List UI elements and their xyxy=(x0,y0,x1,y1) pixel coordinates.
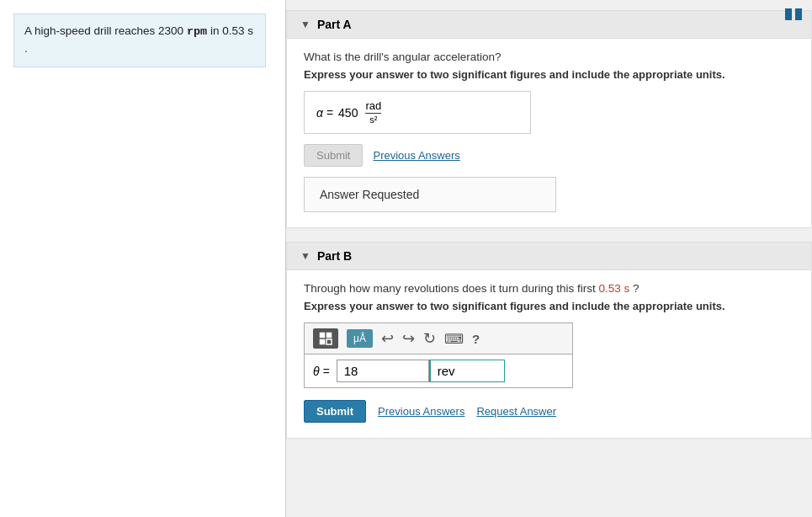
part-a-prev-answers-link[interactable]: Previous Answers xyxy=(373,149,459,162)
part-a-instruction: Express your answer to two significant f… xyxy=(304,68,794,81)
part-a-answer-box: α = 450 rad s² xyxy=(304,91,531,134)
part-a-submit-row: Submit Previous Answers xyxy=(304,144,794,167)
redo-icon[interactable]: ↪ xyxy=(402,329,415,348)
help-icon[interactable]: ? xyxy=(472,332,480,346)
keyboard-icon[interactable]: ⌨ xyxy=(444,331,464,347)
bar-icon-2 xyxy=(795,8,802,20)
value-input[interactable] xyxy=(337,360,429,382)
part-a-answer-value: 450 xyxy=(338,106,358,120)
part-b-submit-row: Submit Previous Answers Request Answer xyxy=(304,400,794,423)
part-b-header: ▼ Part B xyxy=(287,243,811,270)
part-b-request-answer-link[interactable]: Request Answer xyxy=(476,405,556,418)
part-b-body: Through how many revolutions does it tur… xyxy=(287,270,811,438)
unit-denominator: s² xyxy=(369,114,377,125)
part-a-body: What is the drill's angular acceleration… xyxy=(287,39,811,227)
part-b-arrow[interactable]: ▼ xyxy=(300,250,310,262)
grid-icon xyxy=(319,332,332,345)
top-icons xyxy=(785,8,802,20)
part-a-answer-symbol: α = xyxy=(316,106,333,120)
unit-rpm: rpm xyxy=(187,25,207,38)
grid-button[interactable] xyxy=(313,328,338,349)
part-a-header: ▼ Part A xyxy=(287,11,811,39)
part-a-submit-button[interactable]: Submit xyxy=(304,144,363,167)
part-b-question: Through how many revolutions does it tur… xyxy=(304,282,794,295)
unit-input[interactable] xyxy=(429,360,505,382)
part-b-input-row: θ = xyxy=(304,354,573,388)
part-a-question: What is the drill's angular acceleration… xyxy=(304,51,794,63)
answer-requested-box: Answer Requested xyxy=(304,177,556,212)
svg-rect-1 xyxy=(326,333,332,338)
part-b-instruction: Express your answer to two significant f… xyxy=(304,300,794,312)
part-a-arrow[interactable]: ▼ xyxy=(300,19,310,30)
undo-icon[interactable]: ↩ xyxy=(381,329,394,348)
svg-rect-3 xyxy=(326,339,332,344)
part-a-label: Part A xyxy=(317,18,352,31)
bar-icon-1 xyxy=(785,8,792,20)
part-b-section: ▼ Part B Through how many revolutions do… xyxy=(286,242,812,439)
unit-numerator: rad xyxy=(365,100,381,114)
svg-rect-2 xyxy=(320,339,325,344)
mu-button[interactable]: μÅ xyxy=(347,329,373,348)
part-b-label: Part B xyxy=(317,249,352,263)
right-panel: ▼ Part A What is the drill's angular acc… xyxy=(286,0,812,517)
theta-symbol: θ = xyxy=(313,365,330,378)
highlighted-value: 0.53 s xyxy=(598,282,629,295)
refresh-icon[interactable]: ↻ xyxy=(423,329,436,348)
answer-requested-label: Answer Requested xyxy=(320,188,419,201)
problem-statement: A high-speed drill reaches 2300 rpm in 0… xyxy=(13,13,266,67)
part-a-section: ▼ Part A What is the drill's angular acc… xyxy=(286,10,812,228)
part-b-submit-button[interactable]: Submit xyxy=(304,400,366,423)
part-a-unit: rad s² xyxy=(365,100,381,125)
part-b-prev-answers-link[interactable]: Previous Answers xyxy=(378,405,464,418)
part-b-toolbar: μÅ ↩ ↪ ↻ ⌨ ? xyxy=(304,322,573,354)
svg-rect-0 xyxy=(320,333,325,338)
left-panel: A high-speed drill reaches 2300 rpm in 0… xyxy=(0,0,286,517)
